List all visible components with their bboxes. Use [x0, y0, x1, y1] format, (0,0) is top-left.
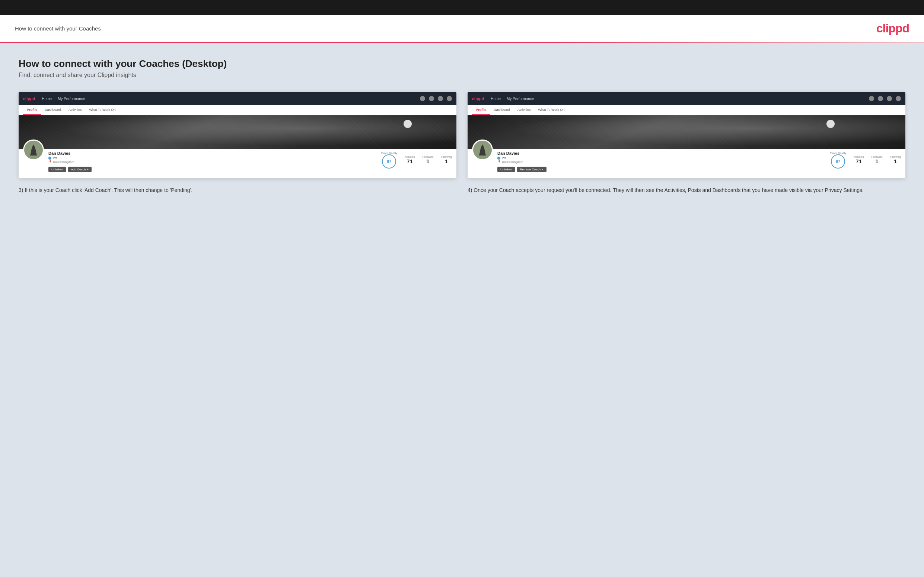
left-stat-followers: Followers 1: [422, 155, 433, 165]
left-nav-links: Home My Performance: [42, 97, 85, 101]
right-app-nav: clippd Home My Performance: [468, 92, 905, 105]
left-avatar: [23, 140, 44, 160]
page-title: How to connect with your Coaches: [15, 25, 101, 32]
settings-icon[interactable]: [438, 96, 443, 101]
tab-dashboard-right[interactable]: Dashboard: [490, 105, 514, 115]
right-player-info: Dan Davies Pro 📍 United Kingdom Unfollow: [498, 149, 825, 172]
tab-what-to-work-on-right[interactable]: What To Work On: [535, 105, 569, 115]
left-player-name: Dan Davies: [48, 151, 376, 155]
left-screenshot-frame: clippd Home My Performance Profile: [19, 92, 456, 178]
add-coach-button[interactable]: Add Coach +: [68, 167, 92, 172]
tab-what-to-work-on-left[interactable]: What To Work On: [86, 105, 120, 115]
right-player-role: Pro: [498, 156, 825, 160]
right-avatar-icon[interactable]: [896, 96, 901, 101]
section-subtitle: Find, connect and share your Clippd insi…: [19, 72, 905, 79]
right-profile-content: Dan Davies Pro 📍 United Kingdom Unfollow: [468, 115, 905, 178]
right-profile-tabs: Profile Dashboard Activities What To Wor…: [468, 105, 905, 115]
right-nav-home[interactable]: Home: [491, 97, 501, 101]
right-stat-activities: Activities 71: [854, 155, 864, 165]
remove-coach-button[interactable]: Remove Coach ×: [517, 167, 546, 172]
left-nav-icons: [420, 96, 452, 101]
search-icon[interactable]: [420, 96, 425, 101]
left-app-logo: clippd: [23, 96, 35, 101]
screenshots-row: clippd Home My Performance Profile: [19, 92, 905, 194]
right-app-logo: clippd: [472, 96, 484, 101]
right-profile-banner: [468, 115, 905, 149]
right-verified-icon: [498, 156, 500, 160]
right-profile-body: Dan Davies Pro 📍 United Kingdom Unfollow: [468, 149, 905, 178]
left-avatar-wrapper: [23, 140, 44, 160]
left-stat-activities: Activities 71: [405, 155, 415, 165]
right-stat-quality: Player Quality 97: [830, 152, 846, 169]
tab-activities-right[interactable]: Activities: [514, 105, 535, 115]
right-player-name: Dan Davies: [498, 151, 825, 155]
right-settings-icon[interactable]: [887, 96, 892, 101]
left-nav-home[interactable]: Home: [42, 97, 52, 101]
left-profile-banner: [19, 115, 456, 149]
quality-circle-right: 97: [831, 155, 845, 169]
section-title: How to connect with your Coaches (Deskto…: [19, 58, 905, 69]
top-bar: [0, 0, 924, 15]
right-nav-links: Home My Performance: [491, 97, 534, 101]
right-nav-icons: [869, 96, 901, 101]
right-screenshot-frame: clippd Home My Performance Profile: [468, 92, 905, 178]
banner-overlay: [19, 115, 456, 149]
right-stat-followers: Followers 1: [871, 155, 882, 165]
unfollow-button-left[interactable]: Unfollow: [48, 167, 66, 172]
left-player-info: Dan Davies Pro 📍 United Kingdom Unfollow: [48, 149, 376, 172]
tab-dashboard-left[interactable]: Dashboard: [41, 105, 65, 115]
left-stat-following: Following 1: [441, 155, 452, 165]
banner-moon: [404, 120, 412, 128]
tab-profile-right[interactable]: Profile: [472, 105, 490, 115]
left-profile-body: Dan Davies Pro 📍 United Kingdom Unfollow: [19, 149, 456, 178]
right-stat-following: Following 1: [890, 155, 901, 165]
left-stats-row: Player Quality 97 Activities 71 Follower…: [381, 149, 452, 169]
right-banner-overlay: [468, 115, 905, 149]
right-avatar-silhouette: [477, 144, 488, 155]
left-profile-content: Dan Davies Pro 📍 United Kingdom Unfollow: [19, 115, 456, 178]
right-caption: 4) Once your Coach accepts your request …: [468, 186, 905, 194]
user-icon[interactable]: [429, 96, 434, 101]
left-nav-performance[interactable]: My Performance: [58, 97, 85, 101]
right-user-icon[interactable]: [878, 96, 883, 101]
quality-circle-left: 97: [382, 155, 396, 169]
tab-profile-left[interactable]: Profile: [23, 105, 41, 115]
left-profile-tabs: Profile Dashboard Activities What To Wor…: [19, 105, 456, 115]
unfollow-button-right[interactable]: Unfollow: [498, 167, 515, 172]
right-nav-performance[interactable]: My Performance: [507, 97, 534, 101]
left-player-role: Pro: [48, 156, 376, 160]
left-player-location: 📍 United Kingdom: [48, 160, 376, 164]
tab-activities-left[interactable]: Activities: [65, 105, 86, 115]
left-caption: 3) If this is your Coach click 'Add Coac…: [19, 186, 456, 194]
right-avatar: [472, 140, 493, 160]
right-search-icon[interactable]: [869, 96, 874, 101]
header: How to connect with your Coaches clippd: [0, 15, 924, 42]
logo: clippd: [876, 22, 909, 35]
right-player-location: 📍 United Kingdom: [498, 160, 825, 164]
avatar-silhouette: [28, 144, 39, 155]
main-content: How to connect with your Coaches (Deskto…: [0, 43, 924, 572]
right-action-buttons: Unfollow Remove Coach ×: [498, 167, 825, 172]
right-banner-moon: [827, 120, 835, 128]
left-panel: clippd Home My Performance Profile: [19, 92, 456, 194]
left-app-nav: clippd Home My Performance: [19, 92, 456, 105]
right-panel: clippd Home My Performance Profile: [468, 92, 905, 194]
footer: Copyright Clippd 2022: [0, 572, 924, 577]
verified-icon: [48, 156, 52, 160]
right-stats-row: Player Quality 97 Activities 71 Follower…: [830, 149, 901, 169]
left-stat-quality: Player Quality 97: [381, 152, 397, 169]
right-role-label: Pro: [502, 156, 506, 160]
left-action-buttons: Unfollow Add Coach +: [48, 167, 376, 172]
avatar-icon[interactable]: [447, 96, 452, 101]
right-avatar-wrapper: [472, 140, 493, 160]
left-role-label: Pro: [53, 156, 57, 160]
